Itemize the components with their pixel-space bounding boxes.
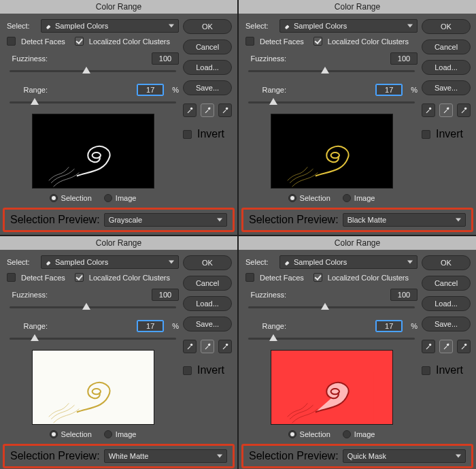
localized-clusters-checkbox[interactable]: Localized Color Clusters [75,37,170,46]
eyedropper-subtract-icon[interactable]: − [457,340,471,353]
radio-image[interactable]: Image [343,430,375,438]
fuzziness-input[interactable]: 100 [390,52,418,65]
range-slider[interactable] [248,334,415,343]
select-dropdown[interactable]: Sampled Colors [279,255,418,269]
radio-selection-label: Selection [61,194,92,202]
selection-preview-dropdown[interactable]: Grayscale [104,213,227,227]
cancel-button[interactable]: Cancel [183,39,232,54]
selection-preview-label: Selection Preview: [249,450,339,462]
checkbox-icon [75,37,84,46]
localized-clusters-checkbox[interactable]: Localized Color Clusters [75,273,170,282]
svg-text:+: + [209,106,211,110]
invert-checkbox[interactable]: Invert [422,128,471,140]
dialog-title: Color Range [239,236,476,250]
range-slider[interactable] [10,97,176,107]
cancel-button[interactable]: Cancel [422,39,471,54]
select-dropdown[interactable]: Sampled Colors [41,255,179,269]
selection-preview-dropdown[interactable]: White Matte [104,449,227,463]
invert-checkbox[interactable]: Invert [422,364,471,376]
load-button[interactable]: Load... [183,60,232,75]
color-range-dialog: Color Range Select: Sampled Colors Detec… [239,0,476,235]
fuzziness-input[interactable]: 100 [152,52,179,65]
checkbox-icon [75,273,84,282]
svg-point-12 [92,389,100,394]
eyedropper-subtract-icon[interactable]: − [457,103,471,117]
detect-faces-checkbox[interactable]: Detect Faces [245,273,304,282]
range-input[interactable]: 17 [375,84,403,96]
detect-faces-checkbox[interactable]: Detect Faces [7,273,65,282]
radio-image[interactable]: Image [343,194,375,202]
invert-label: Invert [436,128,463,140]
fuzziness-slider[interactable] [248,66,415,76]
eyedropper-add-icon[interactable]: + [201,340,214,353]
ok-button[interactable]: OK [422,19,471,34]
load-button[interactable]: Load... [422,296,471,311]
select-label: Select: [7,258,37,266]
fuzziness-input[interactable]: 100 [390,289,418,301]
save-button[interactable]: Save... [422,317,471,331]
selection-preview-value: Quick Mask [347,452,386,460]
localized-label: Localized Color Clusters [89,37,170,46]
eyedropper-add-icon[interactable]: + [439,103,453,117]
svg-point-20 [429,344,431,346]
preview-image [271,350,393,425]
fuzziness-slider[interactable] [10,66,176,76]
svg-text:+: + [209,342,211,346]
radio-selection[interactable]: Selection [288,194,330,202]
range-input[interactable]: 17 [137,320,164,332]
eyedropper-add-icon[interactable]: + [201,103,214,117]
cancel-button[interactable]: Cancel [183,276,232,291]
select-dropdown[interactable]: Sampled Colors [41,19,179,33]
selection-preview-dropdown[interactable]: Quick Mask [343,449,466,463]
radio-selection[interactable]: Selection [288,430,330,438]
eyedropper-icon [284,259,291,265]
ok-button[interactable]: OK [183,255,232,270]
save-button[interactable]: Save... [422,80,471,95]
fuzziness-input[interactable]: 100 [152,289,179,301]
color-range-dialog: Color Range Select: Sampled Colors Detec… [0,0,237,235]
localized-label: Localized Color Clusters [328,37,409,46]
eyedropper-icon[interactable] [183,340,197,353]
selection-preview-value: White Matte [109,452,149,460]
range-input[interactable]: 17 [137,84,164,96]
localized-label: Localized Color Clusters [328,274,409,282]
checkbox-icon [422,130,430,139]
detect-faces-checkbox[interactable]: Detect Faces [245,37,304,46]
radio-selection[interactable]: Selection [50,430,92,438]
range-slider[interactable] [248,97,415,107]
eyedropper-subtract-icon[interactable]: − [218,103,232,117]
eyedropper-icon[interactable] [422,340,435,353]
radio-image-label: Image [116,430,137,438]
eyedropper-subtract-icon[interactable]: − [218,340,232,353]
radio-icon [50,430,58,438]
load-button[interactable]: Load... [422,60,471,75]
range-slider[interactable] [10,334,176,343]
checkbox-icon [245,273,254,282]
eyedropper-icon[interactable] [422,103,435,117]
radio-image[interactable]: Image [104,430,137,438]
radio-image[interactable]: Image [104,194,137,202]
detect-faces-checkbox[interactable]: Detect Faces [7,37,65,46]
ok-button[interactable]: OK [422,255,471,270]
eyedropper-add-icon[interactable]: + [439,340,453,353]
radio-selection[interactable]: Selection [50,194,92,202]
localized-clusters-checkbox[interactable]: Localized Color Clusters [313,37,409,46]
invert-checkbox[interactable]: Invert [183,364,232,376]
svg-point-1 [190,108,192,110]
eyedropper-icon[interactable] [183,103,197,117]
selection-preview-dropdown[interactable]: Black Matte [343,213,466,227]
load-button[interactable]: Load... [183,296,232,311]
range-input[interactable]: 17 [375,320,403,332]
svg-text:+: + [447,342,449,346]
fuzziness-slider[interactable] [10,302,176,312]
localized-clusters-checkbox[interactable]: Localized Color Clusters [313,273,409,282]
select-dropdown[interactable]: Sampled Colors [279,19,418,33]
fuzziness-slider[interactable] [248,302,415,312]
cancel-button[interactable]: Cancel [422,276,471,291]
radio-icon [343,430,351,438]
save-button[interactable]: Save... [183,317,232,331]
ok-button[interactable]: OK [183,19,232,34]
save-button[interactable]: Save... [183,80,232,95]
detect-faces-label: Detect Faces [260,37,304,46]
invert-checkbox[interactable]: Invert [183,128,232,140]
